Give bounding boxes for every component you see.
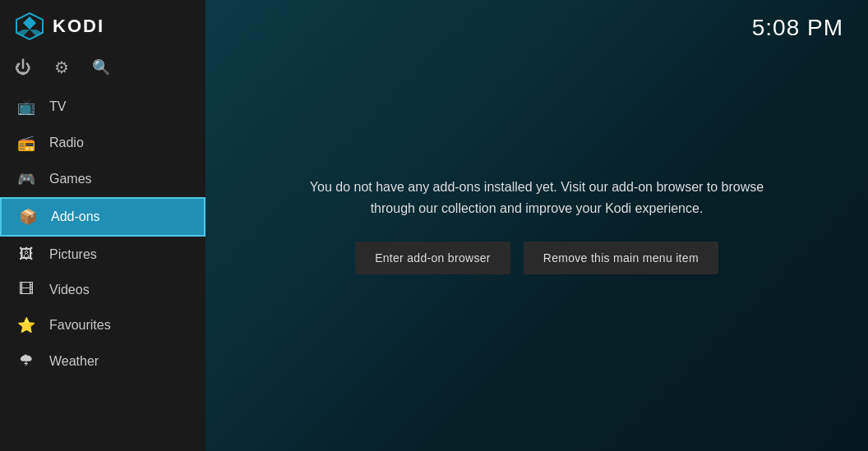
sidebar-item-label: Favourites	[49, 318, 111, 333]
search-icon[interactable]: 🔍	[92, 58, 110, 76]
games-icon: 🎮	[16, 170, 36, 188]
sidebar-item-label: TV	[49, 99, 66, 114]
time-display: 5:08 PM	[752, 15, 843, 41]
content-center: You do not have any add-ons installed ye…	[290, 160, 783, 291]
sidebar-item-favourites[interactable]: ⭐ Favourites	[0, 307, 205, 343]
sidebar-item-label: Pictures	[49, 247, 97, 262]
remove-menu-item-button[interactable]: Remove this main menu item	[524, 242, 718, 274]
sidebar: KODI ⏻ ⚙ 🔍 📺 TV 📻 Radio 🎮 Games 📦 Add-on…	[0, 0, 205, 451]
sidebar-item-pictures[interactable]: 🖼 Pictures	[0, 237, 205, 272]
sidebar-item-label: Videos	[49, 283, 90, 297]
videos-icon: 🎞	[16, 281, 36, 298]
addons-icon: 📦	[18, 208, 38, 226]
content-buttons: Enter add-on browser Remove this main me…	[307, 242, 767, 274]
kodi-logo-icon	[15, 12, 44, 41]
enter-addon-browser-button[interactable]: Enter add-on browser	[355, 242, 510, 274]
svg-marker-3	[30, 30, 43, 36]
sidebar-item-radio[interactable]: 📻 Radio	[0, 125, 205, 161]
app-title: KODI	[53, 16, 104, 37]
power-icon[interactable]: ⏻	[15, 58, 31, 77]
radio-icon: 📻	[16, 134, 36, 152]
favourites-icon: ⭐	[16, 316, 36, 334]
sidebar-item-tv[interactable]: 📺 TV	[0, 89, 205, 125]
tv-icon: 📺	[16, 98, 36, 116]
sidebar-item-videos[interactable]: 🎞 Videos	[0, 272, 205, 307]
sidebar-item-label: Radio	[49, 136, 84, 150]
settings-icon[interactable]: ⚙	[54, 58, 69, 77]
sidebar-item-label: Weather	[49, 354, 99, 369]
sidebar-nav: 📺 TV 📻 Radio 🎮 Games 📦 Add-ons 🖼 Picture…	[0, 89, 205, 451]
sidebar-header: KODI	[0, 0, 205, 53]
sidebar-top-icons: ⏻ ⚙ 🔍	[0, 53, 205, 89]
sidebar-item-label: Games	[49, 172, 92, 186]
svg-marker-1	[23, 16, 36, 30]
weather-icon: 🌩	[16, 352, 36, 370]
pictures-icon: 🖼	[16, 246, 36, 263]
sidebar-item-addons[interactable]: 📦 Add-ons	[0, 197, 205, 237]
sidebar-item-label: Add-ons	[51, 209, 100, 224]
content-message: You do not have any add-ons installed ye…	[307, 177, 767, 219]
sidebar-item-games[interactable]: 🎮 Games	[0, 161, 205, 197]
svg-marker-2	[16, 30, 30, 36]
sidebar-item-weather[interactable]: 🌩 Weather	[0, 343, 205, 379]
main-content: 5:08 PM You do not have any add-ons inst…	[205, 0, 868, 451]
